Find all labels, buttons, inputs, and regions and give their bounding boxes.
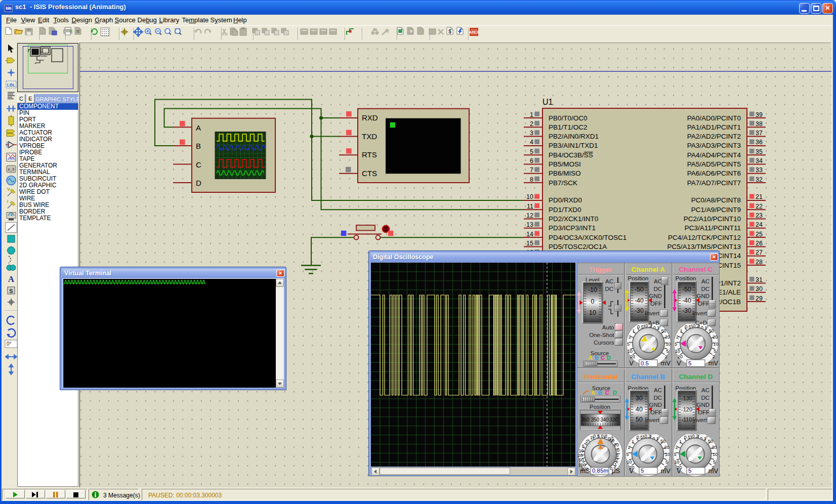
svg-text:AC: AC [654, 387, 662, 393]
svg-text:PD5/TOSC2/OC1A: PD5/TOSC2/OC1A [549, 243, 607, 250]
svg-text:PB3/AIN1/TXD1: PB3/AIN1/TXD1 [549, 142, 598, 149]
svg-text:PC4/A12/TCK/PCINT12: PC4/A12/TCK/PCINT12 [668, 234, 741, 241]
svg-text:PA3/AD3/PCINT3: PA3/AD3/PCINT3 [687, 142, 741, 149]
svg-text:34: 34 [756, 157, 763, 164]
svg-text:One-Shot: One-Shot [589, 332, 614, 338]
svg-text:RTS: RTS [362, 150, 377, 159]
svg-text:2: 2 [530, 120, 533, 128]
svg-text:-30: -30 [682, 307, 691, 314]
svg-text:Channel B: Channel B [632, 373, 665, 381]
svg-text:DC: DC [701, 395, 709, 401]
svg-text:25: 25 [756, 231, 763, 238]
svg-text:24: 24 [756, 221, 763, 228]
svg-text:mS: mS [580, 467, 590, 475]
svg-text:OFF: OFF [650, 409, 662, 415]
svg-text:$: $ [448, 29, 451, 34]
svg-text:50: 50 [579, 457, 584, 463]
svg-text:330: 330 [609, 417, 618, 423]
svg-text:20: 20 [630, 354, 635, 359]
svg-text:1: 1 [530, 111, 533, 118]
svg-text:PD1/TXD0: PD1/TXD0 [549, 206, 581, 214]
svg-text:20: 20 [712, 445, 717, 450]
svg-text:PA6/AD6/PCINT6: PA6/AD6/PCINT6 [687, 170, 741, 177]
svg-text:LBL: LBL [7, 82, 16, 88]
svg-text:PC0/A8/PCINT8: PC0/A8/PCINT8 [691, 196, 741, 204]
svg-text:10: 10 [665, 452, 670, 457]
svg-text:PB6/MISO: PB6/MISO [549, 170, 581, 177]
svg-text:B: B [598, 390, 602, 396]
svg-text:PB1/T1/OC2: PB1/T1/OC2 [549, 123, 588, 131]
svg-text:Auto: Auto [602, 324, 614, 330]
svg-text:10: 10 [626, 459, 632, 465]
svg-text:6: 6 [530, 157, 533, 164]
svg-text:µS: µS [612, 467, 620, 475]
svg-text:340: 340 [600, 417, 609, 423]
svg-text:0: 0 [591, 298, 595, 305]
svg-text:mV: mV [708, 467, 719, 475]
svg-text:PA1/AD1/PCINT1: PA1/AD1/PCINT1 [687, 123, 741, 131]
svg-text:5: 5 [688, 360, 691, 366]
svg-text:10: 10 [665, 342, 671, 347]
svg-text:-30: -30 [635, 307, 644, 314]
svg-text:5: 5 [674, 452, 676, 457]
svg-text:Invert: Invert [645, 417, 660, 423]
svg-text:GND: GND [696, 402, 709, 408]
svg-text:7: 7 [530, 166, 533, 174]
svg-text:AC: AC [654, 278, 662, 284]
svg-text:GND: GND [696, 293, 709, 299]
svg-text:Source: Source [591, 350, 609, 356]
svg-text:5: 5 [688, 468, 691, 474]
svg-text:PB0/T0/OC0: PB0/T0/OC0 [549, 114, 588, 122]
svg-text:DC: DC [653, 286, 662, 292]
svg-text:14: 14 [526, 231, 533, 238]
svg-text:20: 20 [665, 334, 670, 340]
svg-text:1: 1 [680, 328, 682, 333]
svg-text:10: 10 [579, 448, 584, 453]
svg-text:ARES: ARES [469, 30, 479, 34]
svg-text:-130: -130 [681, 395, 692, 401]
svg-text:mV: mV [708, 359, 719, 367]
svg-text:U1: U1 [542, 98, 553, 106]
svg-text:PD3/ICP3/INT1: PD3/ICP3/INT1 [549, 224, 596, 232]
svg-text:-50: -50 [682, 286, 691, 293]
svg-text:11: 11 [527, 203, 533, 210]
svg-text:10: 10 [713, 342, 718, 347]
svg-text:PB5/MOSI: PB5/MOSI [549, 160, 581, 168]
svg-text:A: A [591, 390, 595, 396]
svg-text:20: 20 [664, 445, 669, 450]
svg-text:5: 5 [713, 459, 716, 465]
svg-text:38: 38 [756, 120, 763, 128]
svg-text:Cursors: Cursors [594, 340, 614, 346]
svg-text:36: 36 [756, 139, 763, 146]
svg-text:PA2/AD2/PCINT2: PA2/AD2/PCINT2 [687, 133, 741, 140]
svg-text:Channel C: Channel C [679, 266, 713, 273]
svg-text:DC: DC [701, 286, 709, 292]
svg-text:I: I [7, 199, 9, 204]
svg-text:-40: -40 [682, 297, 691, 304]
svg-text:2: 2 [676, 334, 679, 340]
svg-text:50: 50 [660, 439, 665, 444]
svg-text:1: 1 [632, 439, 634, 444]
svg-text:e_9: e_9 [8, 167, 15, 172]
svg-text:A: A [196, 123, 201, 132]
svg-text:10: 10 [675, 349, 680, 354]
svg-text:50: 50 [708, 439, 713, 444]
svg-text:2: 2 [629, 334, 631, 340]
svg-text:V: V [677, 467, 681, 475]
svg-text:22: 22 [756, 203, 763, 210]
svg-text:PC3/A11/PCINT11: PC3/A11/PCINT11 [685, 224, 741, 232]
svg-text:PC2/A10/PCINT10: PC2/A10/PCINT10 [684, 215, 741, 223]
svg-text:360: 360 [581, 417, 590, 423]
svg-text:B: B [595, 355, 599, 361]
svg-text:Trigger: Trigger [589, 266, 613, 273]
svg-text:PB2/AIN0/RXD1: PB2/AIN0/RXD1 [549, 133, 599, 140]
svg-text:21: 21 [756, 193, 763, 200]
svg-text:28: 28 [756, 259, 763, 266]
svg-text:Position: Position [590, 404, 610, 410]
svg-text:GND: GND [649, 293, 662, 299]
svg-text:3: 3 [530, 130, 533, 137]
svg-text:PA7/AD7/PCINT7: PA7/AD7/PCINT7 [687, 179, 741, 187]
svg-text:Channel D: Channel D [679, 373, 713, 381]
svg-text:CTS: CTS [362, 169, 377, 178]
svg-text:-110: -110 [681, 416, 692, 423]
